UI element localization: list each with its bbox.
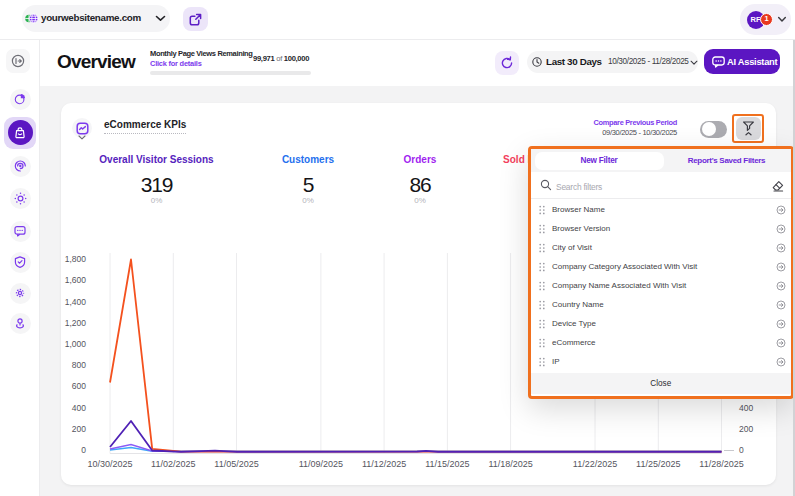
svg-text:11/02/2025: 11/02/2025	[151, 459, 195, 469]
svg-text:0: 0	[739, 445, 744, 455]
svg-text:11/28/2025: 11/28/2025	[699, 459, 743, 469]
svg-text:11/18/2025: 11/18/2025	[488, 459, 532, 469]
svg-text:200: 200	[72, 424, 86, 434]
svg-text:800: 800	[72, 360, 86, 370]
svg-text:0: 0	[81, 445, 86, 455]
svg-text:1,800: 1,800	[65, 254, 87, 264]
svg-text:1,200: 1,200	[65, 318, 87, 328]
svg-text:1,000: 1,000	[65, 339, 87, 349]
svg-text:11/22/2025: 11/22/2025	[573, 459, 617, 469]
svg-text:200: 200	[739, 424, 753, 434]
svg-text:11/15/2025: 11/15/2025	[425, 459, 469, 469]
svg-text:1,600: 1,600	[65, 275, 87, 285]
svg-text:11/25/2025: 11/25/2025	[636, 459, 680, 469]
svg-text:11/12/2025: 11/12/2025	[362, 459, 406, 469]
svg-text:400: 400	[739, 403, 753, 413]
svg-text:400: 400	[72, 403, 86, 413]
svg-text:11/09/2025: 11/09/2025	[299, 459, 343, 469]
svg-text:11/05/2025: 11/05/2025	[214, 459, 258, 469]
svg-text:600: 600	[72, 381, 86, 391]
svg-text:1,400: 1,400	[65, 297, 87, 307]
svg-text:10/30/2025: 10/30/2025	[87, 459, 132, 469]
